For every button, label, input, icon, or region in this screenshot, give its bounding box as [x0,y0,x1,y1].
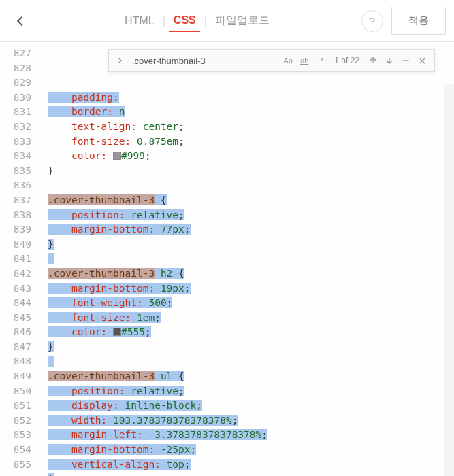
apply-button[interactable]: 적용 [391,7,446,35]
find-close[interactable] [415,53,429,68]
scrollbar[interactable] [444,84,454,476]
find-next[interactable] [382,53,397,68]
find-in-selection[interactable] [398,53,413,68]
editor: Aa ab .* 1 of 22 82782882983083183283383… [0,42,454,476]
find-match-case[interactable]: Aa [280,53,295,68]
tab-css[interactable]: CSS [169,10,200,32]
find-prev[interactable] [366,53,380,68]
tab-파일업로드[interactable]: 파일업로드 [211,10,274,32]
code-area[interactable]: 8278288298308318328338348358368378388398… [0,42,454,476]
header: HTML|CSS|파일업로드 ? 적용 [0,0,454,42]
find-input[interactable] [129,54,280,67]
find-whole-word[interactable]: ab [297,53,312,68]
code-content[interactable]: padding: border: n text-align: center; f… [41,42,454,476]
tab-html[interactable]: HTML [120,11,159,31]
line-gutter: 8278288298308318328338348358368378388398… [0,42,41,476]
help-button[interactable]: ? [361,10,383,32]
find-toggle-replace[interactable] [113,54,127,67]
find-count: 1 of 22 [334,56,359,65]
find-regex[interactable]: .* [313,53,328,68]
back-button[interactable] [8,9,33,33]
find-bar: Aa ab .* 1 of 22 [108,49,435,72]
tabs: HTML|CSS|파일업로드 [33,10,361,32]
